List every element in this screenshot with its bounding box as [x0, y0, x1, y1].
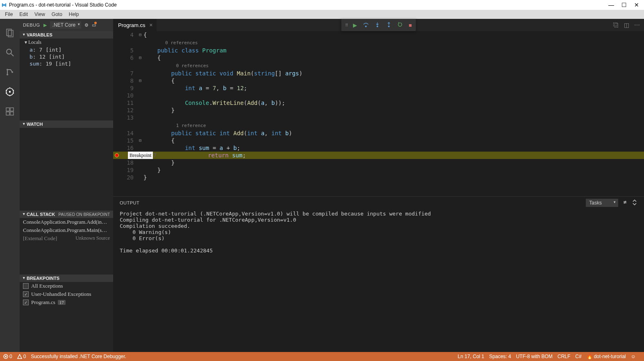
- git-icon[interactable]: [0, 62, 20, 82]
- encoding[interactable]: UTF-8 with BOM: [516, 354, 553, 359]
- code-content[interactable]: int a = 7, b = 12;: [143, 84, 644, 92]
- code-line[interactable]: 20}: [113, 174, 644, 181]
- code-content[interactable]: }: [143, 174, 644, 181]
- code-line[interactable]: 15⊟ {: [113, 137, 644, 144]
- code-content[interactable]: {: [143, 31, 644, 39]
- stop-button[interactable]: ■: [409, 22, 412, 28]
- code-content[interactable]: }: [143, 159, 644, 166]
- fold-icon[interactable]: ⊟: [137, 77, 143, 84]
- code-content[interactable]: int sum = a + b;: [143, 144, 644, 152]
- language-mode[interactable]: C#: [575, 354, 581, 359]
- code-line[interactable]: 6⊟ {: [113, 54, 644, 61]
- breakpoint-item[interactable]: ✓Program.cs17: [20, 298, 113, 307]
- code-line[interactable]: 0 references: [113, 39, 644, 47]
- code-line[interactable]: Breakpoint17 return sum;: [113, 152, 644, 159]
- code-line[interactable]: 11 Console.WriteLine(Add(a, b));: [113, 99, 644, 107]
- code-content[interactable]: 0 references: [143, 39, 644, 47]
- code-line[interactable]: 1 reference: [113, 121, 644, 129]
- drag-grip-icon[interactable]: ⠿: [345, 23, 347, 27]
- step-out-button[interactable]: [386, 22, 391, 29]
- feedback-icon[interactable]: ☺: [631, 354, 636, 359]
- debug-config-select[interactable]: .NET Core: [50, 21, 81, 29]
- code-line[interactable]: 8⊟ {: [113, 77, 644, 84]
- checkbox[interactable]: ✓: [23, 291, 29, 297]
- indentation[interactable]: Spaces: 4: [489, 354, 511, 359]
- breakpoints-header[interactable]: ▾BREAKPOINTS: [20, 275, 113, 282]
- status-message[interactable]: Successfully installed .NET Core Debugge…: [31, 354, 126, 359]
- menu-goto[interactable]: Goto: [48, 11, 66, 17]
- code-content[interactable]: public static int Add(int a, int b): [143, 129, 644, 137]
- code-line[interactable]: 0 references: [113, 61, 644, 70]
- variable-sum[interactable]: sum: 19 [int]: [20, 60, 113, 67]
- variable-a[interactable]: a: 7 [int]: [20, 46, 113, 53]
- stack-frame[interactable]: ConsoleApplication.Program.Add(in…: [20, 218, 113, 226]
- minimize-button[interactable]: —: [608, 2, 614, 8]
- output-channel-select[interactable]: Tasks: [586, 199, 618, 207]
- step-into-button[interactable]: [374, 22, 380, 29]
- code-line[interactable]: 19 }: [113, 166, 644, 174]
- variable-b[interactable]: b: 12 [int]: [20, 53, 113, 60]
- close-button[interactable]: ✕: [634, 2, 639, 8]
- code-line[interactable]: 16 int sum = a + b;: [113, 144, 644, 152]
- callstack-header[interactable]: ▾CALL STACKPAUSED ON BREAKPOINT: [20, 211, 113, 218]
- output-title[interactable]: OUTPUT: [120, 200, 139, 205]
- debug-console-icon[interactable]: ▭: [92, 23, 96, 28]
- code-content[interactable]: {: [143, 137, 644, 144]
- code-line[interactable]: 14 public static int Add(int a, int b): [113, 129, 644, 137]
- code-line[interactable]: 5 public class Program: [113, 47, 644, 54]
- fold-icon[interactable]: ⊟: [137, 137, 143, 144]
- checkbox[interactable]: ✓: [23, 300, 29, 305]
- debug-icon[interactable]: [0, 82, 20, 102]
- clear-output-icon[interactable]: ≢: [623, 200, 627, 206]
- close-icon[interactable]: ×: [149, 22, 152, 28]
- debug-toolbar[interactable]: ⠿ ▶ ■: [341, 19, 416, 31]
- more-icon[interactable]: ⋯: [634, 22, 640, 28]
- menu-edit[interactable]: Edit: [16, 11, 31, 17]
- glyph-margin[interactable]: [113, 152, 121, 159]
- code-line[interactable]: 7 public static void Main(string[] args): [113, 70, 644, 77]
- eol[interactable]: CRLF: [558, 354, 570, 359]
- fold-icon[interactable]: [160, 152, 166, 159]
- code-line[interactable]: 13: [113, 114, 644, 121]
- cursor-position[interactable]: Ln 17, Col 1: [458, 354, 485, 359]
- locals-scope[interactable]: ▾ Locals: [20, 39, 113, 46]
- split-editor-icon[interactable]: ◫: [624, 22, 629, 28]
- code-content[interactable]: 0 references: [143, 61, 644, 70]
- menu-file[interactable]: File: [2, 11, 16, 17]
- editor-tab[interactable]: Program.cs ×: [113, 19, 157, 31]
- menu-help[interactable]: Help: [66, 11, 82, 17]
- code-content[interactable]: {: [143, 77, 644, 84]
- project-name[interactable]: 🔥 dot-net-turorial: [587, 354, 626, 359]
- start-debug-button[interactable]: ▶: [43, 23, 47, 28]
- variables-header[interactable]: ▾VARIABLES: [20, 31, 113, 39]
- breakpoint-icon[interactable]: [115, 153, 119, 157]
- breakpoint-item[interactable]: ✓User-Unhandled Exceptions: [20, 290, 113, 298]
- fold-icon[interactable]: ⊟: [137, 31, 143, 39]
- code-line[interactable]: 12 }: [113, 107, 644, 114]
- code-content[interactable]: public class Program: [143, 47, 644, 54]
- code-content[interactable]: 1 reference: [143, 121, 644, 129]
- fold-icon[interactable]: ⊟: [137, 54, 143, 61]
- checkbox[interactable]: [23, 283, 29, 289]
- extensions-icon[interactable]: [0, 102, 20, 121]
- watch-header[interactable]: ▾WATCH: [20, 120, 113, 128]
- code-content[interactable]: return sum;: [166, 152, 644, 159]
- code-content[interactable]: Console.WriteLine(Add(a, b));: [143, 99, 644, 107]
- code-content[interactable]: }: [143, 166, 644, 174]
- stack-frame[interactable]: ConsoleApplication.Program.Main(s…: [20, 226, 113, 234]
- menu-view[interactable]: View: [31, 11, 48, 17]
- warnings-count[interactable]: 0: [17, 354, 26, 359]
- code-content[interactable]: }: [143, 107, 644, 114]
- split-columns-icon[interactable]: ⿻: [613, 22, 619, 28]
- toggle-panel-icon[interactable]: [632, 200, 637, 206]
- search-icon[interactable]: [0, 43, 20, 62]
- continue-button[interactable]: ▶: [353, 22, 357, 28]
- explorer-icon[interactable]: [0, 23, 20, 43]
- gear-icon[interactable]: ⚙: [84, 23, 89, 28]
- code-content[interactable]: {: [143, 54, 644, 61]
- code-editor[interactable]: 4⊟{ 0 references5 public class Program6⊟…: [113, 31, 644, 196]
- code-line[interactable]: 9 int a = 7, b = 12;: [113, 84, 644, 92]
- errors-count[interactable]: 0: [3, 354, 12, 359]
- code-content[interactable]: public static void Main(string[] args): [143, 70, 644, 77]
- step-over-button[interactable]: [363, 22, 369, 29]
